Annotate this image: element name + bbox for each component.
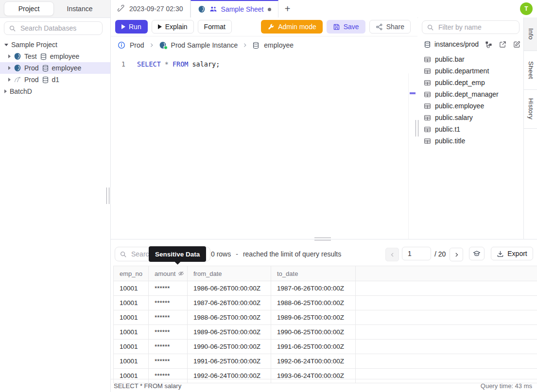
table-icon — [424, 68, 431, 75]
search-databases-box — [4, 21, 103, 35]
data-masking-button[interactable] — [469, 247, 485, 260]
left-sidebar: Project Instance Sample Project Test — [0, 0, 111, 392]
breadcrumb-environment[interactable]: Prod — [130, 41, 144, 49]
column-header[interactable]: amount — [149, 266, 188, 281]
tab-sheet[interactable]: Sheet — [524, 51, 537, 90]
cell-amount-masked: ****** — [149, 354, 188, 368]
format-button[interactable]: Format — [198, 20, 232, 34]
admin-mode-button[interactable]: Admin mode — [261, 20, 323, 34]
admin-mode-label: Admin mode — [278, 23, 316, 31]
table-item[interactable]: public.t1 — [418, 123, 523, 135]
table-item[interactable]: public.salary — [418, 112, 523, 123]
table-item[interactable]: public.dept_emp — [418, 77, 523, 88]
tab-history[interactable]: History — [524, 90, 537, 129]
table-item[interactable]: public.bar — [418, 53, 523, 65]
table-row[interactable]: 10001 ****** 1990-06-25T00:00:00Z 1991-0… — [114, 340, 537, 354]
cell-filler — [356, 310, 537, 324]
page-number-input[interactable] — [402, 247, 431, 260]
explain-button[interactable]: Explain — [152, 20, 194, 34]
page-total-label: / 20 — [434, 250, 446, 258]
side-panel-tabstrip: Info Sheet History — [523, 17, 537, 239]
cell-emp-no: 10001 — [114, 354, 149, 368]
explain-label: Explain — [165, 23, 188, 31]
info-icon[interactable] — [118, 41, 125, 49]
cell-filler — [356, 354, 537, 368]
prev-page-button[interactable] — [385, 248, 399, 261]
table-item[interactable]: public.employee — [418, 100, 523, 112]
cell-amount-masked: ****** — [149, 340, 188, 354]
cell-filler — [356, 296, 537, 310]
right-panel-resize-handle[interactable] — [416, 120, 418, 136]
table-icon — [424, 91, 431, 98]
schema-diagram-icon[interactable] — [485, 41, 492, 48]
cell-to-date: 1991-06-25T00:00:00Z — [271, 340, 356, 354]
edit-icon[interactable] — [513, 41, 520, 48]
next-page-button[interactable] — [450, 248, 463, 261]
schema-sidebar: instances/prod public.bar public.d — [418, 17, 523, 239]
cell-amount-masked: ****** — [149, 310, 188, 324]
cell-emp-no: 10001 — [114, 325, 149, 339]
tree-item-prod-d1[interactable]: Prod d1 — [0, 74, 110, 85]
table-item[interactable]: public.title — [418, 135, 523, 147]
export-button[interactable]: Export — [491, 247, 533, 260]
tree-project-sample[interactable]: Sample Project — [0, 39, 110, 51]
table-icon — [424, 102, 431, 110]
export-label: Export — [507, 250, 527, 257]
breadcrumb-instance[interactable]: Prod Sample Instance — [171, 41, 238, 49]
tree-item-prod-employee[interactable]: Prod employee — [0, 62, 110, 74]
play-icon — [121, 24, 125, 29]
tab-project[interactable]: Project — [4, 1, 54, 16]
column-header[interactable]: emp_no — [114, 266, 149, 281]
sql-editor[interactable]: 1 SELECT*FROMsalary; — [111, 54, 417, 239]
results-table: emp_no amount from_date to_date 10001 **… — [113, 266, 537, 383]
database-icon — [424, 41, 431, 48]
database-icon — [42, 65, 49, 72]
table-row[interactable]: 10001 ****** 1989-06-25T00:00:00Z 1990-0… — [114, 325, 537, 340]
tree-env-label: Prod — [24, 76, 39, 84]
cell-to-date: 1989-06-25T00:00:00Z — [271, 310, 356, 324]
tooltip-label: Sensitive Data — [155, 251, 200, 258]
play-icon — [158, 24, 162, 29]
table-item[interactable]: public.department — [418, 65, 523, 77]
share-label: Share — [386, 23, 404, 31]
results-panel-resize-handle[interactable] — [314, 238, 331, 240]
table-row[interactable]: 10001 ****** 1988-06-25T00:00:00Z 1989-0… — [114, 310, 537, 325]
avatar[interactable]: T — [520, 2, 533, 15]
table-item[interactable]: public.dept_manager — [418, 88, 523, 100]
tab-history-label: 2023-09-27 02:30 — [129, 5, 183, 13]
save-button[interactable]: Save — [327, 20, 365, 34]
tree-project-batchd[interactable]: BatchD — [0, 85, 110, 97]
tab-instance-label: Instance — [67, 5, 93, 13]
left-panel-resize-handle[interactable] — [106, 187, 109, 204]
eye-off-icon[interactable] — [178, 271, 184, 277]
table-row[interactable]: 10001 ****** 1986-06-26T00:00:00Z 1987-0… — [114, 281, 537, 296]
tab-info[interactable]: Info — [524, 17, 537, 51]
filter-by-name-input[interactable] — [437, 23, 515, 32]
tab-history-sheet[interactable]: 2023-09-27 02:30 — [111, 0, 191, 17]
new-tab-button[interactable]: + — [278, 0, 297, 17]
team-icon — [209, 5, 217, 13]
table-row[interactable]: 10001 ****** 1991-06-25T00:00:00Z 1992-0… — [114, 354, 537, 369]
caret-right-icon — [8, 54, 11, 58]
share-button[interactable]: Share — [369, 20, 411, 34]
chevron-right-icon — [149, 42, 155, 48]
column-header[interactable]: from_date — [188, 266, 271, 281]
editor-column: Run Explain Format Admin mode Save — [111, 17, 417, 239]
cell-emp-no: 10001 — [114, 340, 149, 354]
sql-keyword: SELECT — [137, 60, 161, 69]
column-header[interactable]: to_date — [271, 266, 356, 281]
breadcrumb-database[interactable]: employee — [264, 41, 294, 49]
search-databases-input[interactable] — [19, 24, 98, 33]
run-button[interactable]: Run — [115, 20, 148, 34]
table-name: public.dept_manager — [435, 90, 499, 98]
table-list: public.bar public.department public.dept… — [418, 53, 523, 147]
cell-amount-masked: ****** — [149, 325, 188, 339]
editor-toolbar: Run Explain Format Admin mode Save — [111, 17, 417, 36]
postgresql-icon — [14, 64, 21, 72]
tab-sample-sheet[interactable]: Sample Sheet — [191, 0, 278, 17]
tab-instance[interactable]: Instance — [53, 0, 106, 17]
tree-item-test-employee[interactable]: Test employee — [0, 51, 110, 62]
table-row[interactable]: 10001 ****** 1987-06-26T00:00:00Z 1988-0… — [114, 296, 537, 310]
cell-to-date: 1987-06-26T00:00:00Z — [271, 281, 356, 295]
external-link-icon[interactable] — [499, 41, 506, 48]
